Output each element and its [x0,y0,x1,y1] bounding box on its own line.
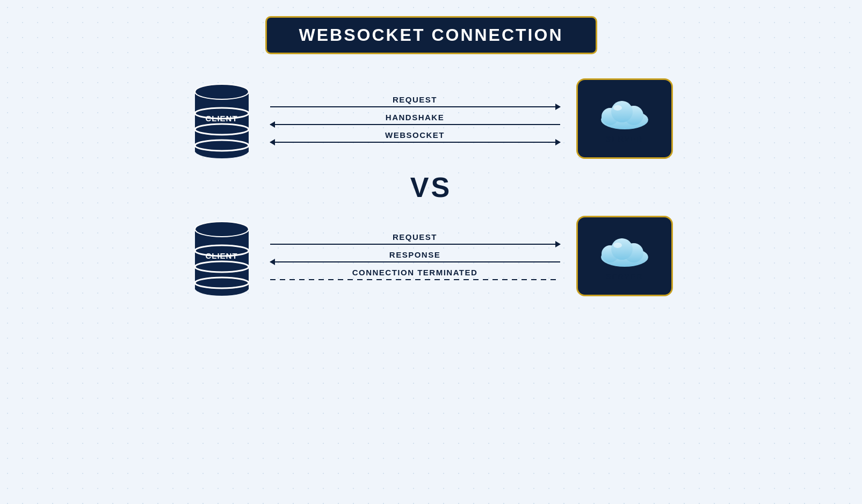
sections: CLIENT REQUEST HANDSHAKE [0,76,862,299]
websocket-row: WEBSOCKET [270,130,560,143]
page-wrapper: WEBSOCKET CONNECTION [0,0,862,504]
request-line-bottom [270,244,560,245]
svg-point-23 [613,243,622,248]
response-label: RESPONSE [270,250,560,259]
handshake-arrow [270,124,560,125]
server-box-top: SERVER [576,78,673,159]
page-title: WEBSOCKET CONNECTION [299,25,563,45]
vs-label: VS [410,171,452,203]
websocket-arrow [270,142,560,143]
client-cylinder-top: CLIENT [190,76,254,162]
response-line [270,261,560,262]
svg-point-10 [611,101,633,122]
server-label-bottom: SERVER [606,272,643,281]
server-box-bottom: SERVER [576,216,673,296]
handshake-row: HANDSHAKE [270,113,560,125]
terminated-row: CONNECTION TERMINATED [270,268,560,280]
arrows-area-bottom: REQUEST RESPONSE CONNECTION TERMINATED [270,232,560,280]
http-diagram-row: CLIENT REQUEST RESPONSE [190,213,673,299]
title-box: WEBSOCKET CONNECTION [265,16,597,54]
client-cylinder-bottom: CLIENT [190,213,254,299]
server-label-top: SERVER [606,135,643,143]
svg-point-22 [611,238,633,260]
websocket-line [270,142,560,143]
response-arrow [270,261,560,262]
request-line-top [270,106,560,107]
response-row: RESPONSE [270,250,560,262]
request-row-top: REQUEST [270,95,560,107]
svg-point-11 [613,105,622,111]
websocket-label: WEBSOCKET [270,130,560,140]
arrows-area-top: REQUEST HANDSHAKE WEBSOCKET [270,95,560,143]
request-label-bottom: REQUEST [270,232,560,242]
handshake-line [270,124,560,125]
terminated-arrow [270,279,560,280]
svg-rect-13 [195,229,249,289]
handshake-label: HANDSHAKE [270,113,560,122]
request-arrow-bottom [270,244,560,245]
terminated-line [270,279,560,280]
request-arrow-top [270,106,560,107]
terminated-label: CONNECTION TERMINATED [270,268,560,277]
websocket-diagram-row: CLIENT REQUEST HANDSHAKE [190,76,673,162]
request-row-bottom: REQUEST [270,232,560,245]
svg-rect-1 [195,92,249,152]
request-label-top: REQUEST [270,95,560,104]
